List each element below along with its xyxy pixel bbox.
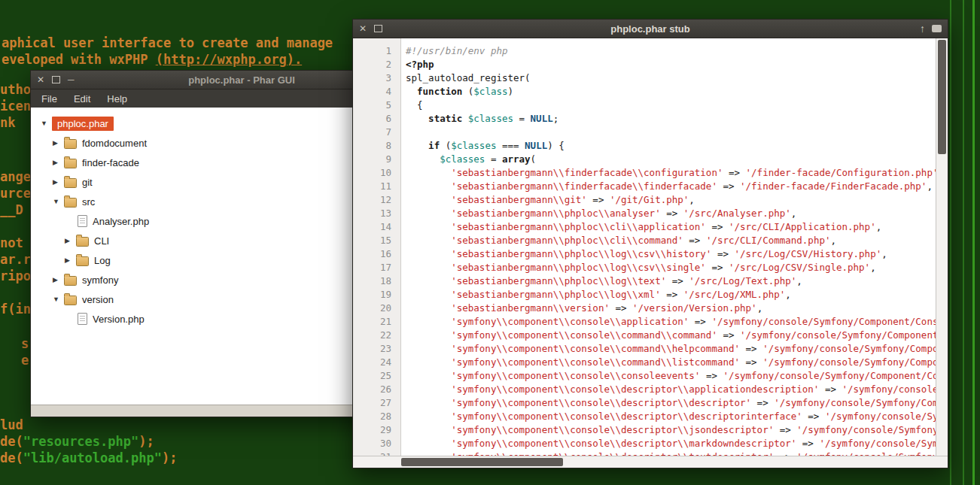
code-line: 'symfony\\component\\console\\descriptor… <box>406 396 936 410</box>
code-line: 'sebastianbergmann\\git' => '/git/Git.ph… <box>406 193 936 207</box>
code-line: static $classes = NULL; <box>406 112 936 126</box>
vertical-scrollbar-thumb[interactable] <box>938 40 946 154</box>
terminal-text-line: ripo <box>0 268 31 284</box>
code-line: 'sebastianbergmann\\phploc\\analyser' =>… <box>406 207 936 220</box>
expander-closed-icon[interactable]: ▶ <box>53 178 64 186</box>
folder-icon <box>64 276 77 286</box>
tree-label: CLI <box>94 235 109 247</box>
tree-label: src <box>82 196 95 208</box>
terminal-text-line: lud <box>0 417 23 433</box>
code-line: 'sebastianbergmann\\phploc\\log\\csv\\hi… <box>406 247 936 261</box>
line-number: 13 <box>353 207 400 220</box>
code-line: 'sebastianbergmann\\finderfacade\\config… <box>406 166 936 180</box>
code-line: 'sebastianbergmann\\version' => '/versio… <box>406 302 936 315</box>
folder-icon <box>64 139 77 149</box>
maximize-icon[interactable] <box>374 25 382 32</box>
line-number: 1 <box>353 44 400 58</box>
minimize-icon[interactable]: ─ <box>68 75 75 84</box>
menu-help[interactable]: Help <box>99 91 135 107</box>
file-icon <box>78 313 87 325</box>
line-number: 17 <box>353 261 400 274</box>
tree-label: Version.php <box>93 314 145 325</box>
expander-closed-icon[interactable]: ▶ <box>53 159 64 166</box>
expander-open-icon[interactable]: ▼ <box>41 120 52 127</box>
expander-closed-icon[interactable]: ▶ <box>65 256 76 264</box>
terminal-text-line: f(in <box>0 301 31 317</box>
line-number: 25 <box>353 369 400 383</box>
code-line: if ($classes === NULL) { <box>406 139 936 153</box>
horizontal-scrollbar-thumb[interactable] <box>401 458 563 466</box>
code-line: 'sebastianbergmann\\phploc\\log\\text' =… <box>406 274 936 288</box>
background-stripe <box>963 0 964 485</box>
maximize-icon[interactable] <box>52 76 60 83</box>
line-number: 8 <box>353 139 400 153</box>
expander-open-icon[interactable]: ▼ <box>53 296 64 303</box>
code-line: 'symfony\\component\\console\\descriptor… <box>406 423 936 437</box>
tree-label: phploc.phar <box>52 117 114 131</box>
tree-label: version <box>82 294 114 305</box>
code-line: 'sebastianbergmann\\phploc\\log\\xml' =>… <box>406 288 936 302</box>
code-line: 'symfony\\component\\console\\descriptor… <box>406 383 936 396</box>
terminal-text-line: de("lib/autoload.php"); <box>0 450 177 466</box>
line-number: 12 <box>353 193 400 207</box>
terminal-text-line: utho <box>0 81 31 98</box>
folder-icon <box>64 178 77 188</box>
folder-icon <box>64 159 77 168</box>
line-number: 19 <box>353 288 400 302</box>
close-icon[interactable]: ✕ <box>37 75 44 84</box>
terminal-text-line: nk <box>0 114 15 131</box>
terminal-text-line: aphical user interface to create and man… <box>2 35 333 51</box>
code-line: 'symfony\\component\\console\\descriptor… <box>406 437 936 450</box>
code-line: 'sebastianbergmann\\finderfacade\\finder… <box>406 180 936 193</box>
line-number: 7 <box>353 126 400 139</box>
code-line: 'sebastianbergmann\\phploc\\cli\\applica… <box>406 220 936 234</box>
code-line: <?php <box>406 58 936 71</box>
line-number: 29 <box>353 423 400 437</box>
menu-file[interactable]: File <box>34 91 65 107</box>
code-line: function ($class) <box>406 85 936 99</box>
code-line: 'symfony\\component\\console\\command\\h… <box>406 342 936 356</box>
stub-titlebar[interactable]: ✕ phploc.phar stub ↑ <box>353 20 948 38</box>
code-line: 'symfony\\component\\console\\descriptor… <box>406 410 936 423</box>
line-number: 3 <box>353 71 400 85</box>
terminal-text-line: not <box>0 235 23 251</box>
expander-closed-icon[interactable]: ▶ <box>53 139 64 147</box>
menu-edit[interactable]: Edit <box>66 91 98 107</box>
expander-closed-icon[interactable]: ▶ <box>53 276 64 283</box>
line-number: 11 <box>353 180 400 193</box>
line-number: 21 <box>353 315 400 329</box>
stub-window-title: phploc.phar stub <box>353 23 948 35</box>
folder-icon <box>64 296 77 305</box>
line-number: 24 <box>353 356 400 369</box>
terminal-text-line: urce <box>0 185 31 202</box>
expander-open-icon[interactable]: ▼ <box>53 198 64 205</box>
vertical-scrollbar[interactable] <box>936 38 948 456</box>
code-lines[interactable]: #!/usr/bin/env php<?phpspl_autoload_regi… <box>401 38 936 456</box>
line-number: 31 <box>353 450 400 456</box>
line-number: 4 <box>353 85 400 99</box>
code-line: $classes = array( <box>406 153 936 166</box>
horizontal-scrollbar[interactable] <box>353 456 948 468</box>
terminal-text-line: de("resources.php"); <box>0 433 154 450</box>
expander-closed-icon[interactable]: ▶ <box>65 237 76 244</box>
line-number: 14 <box>353 220 400 234</box>
line-number: 22 <box>353 329 400 342</box>
line-number: 20 <box>353 302 400 315</box>
terminal-text-line: ange <box>0 168 31 185</box>
line-number: 18 <box>353 274 400 288</box>
file-icon <box>78 215 87 227</box>
scroll-top-icon[interactable]: ↑ <box>920 24 925 33</box>
terminal-text-line: e <box>21 352 29 368</box>
tree-label: git <box>82 177 93 188</box>
terminal-text-line: icen <box>0 98 31 114</box>
close-icon[interactable]: ✕ <box>359 24 367 33</box>
restore-icon[interactable] <box>932 25 942 32</box>
code-line: 'symfony\\component\\console\\applicatio… <box>406 315 936 329</box>
folder-icon <box>76 256 89 266</box>
stub-editor-window: ✕ phploc.phar stub ↑ 1234567891011121314… <box>352 19 948 468</box>
terminal-text-line: ar.r <box>0 251 31 268</box>
line-number: 27 <box>353 396 400 410</box>
line-number: 5 <box>353 99 400 112</box>
background-stripe <box>972 0 975 485</box>
code-line: #!/usr/bin/env php <box>406 44 936 58</box>
